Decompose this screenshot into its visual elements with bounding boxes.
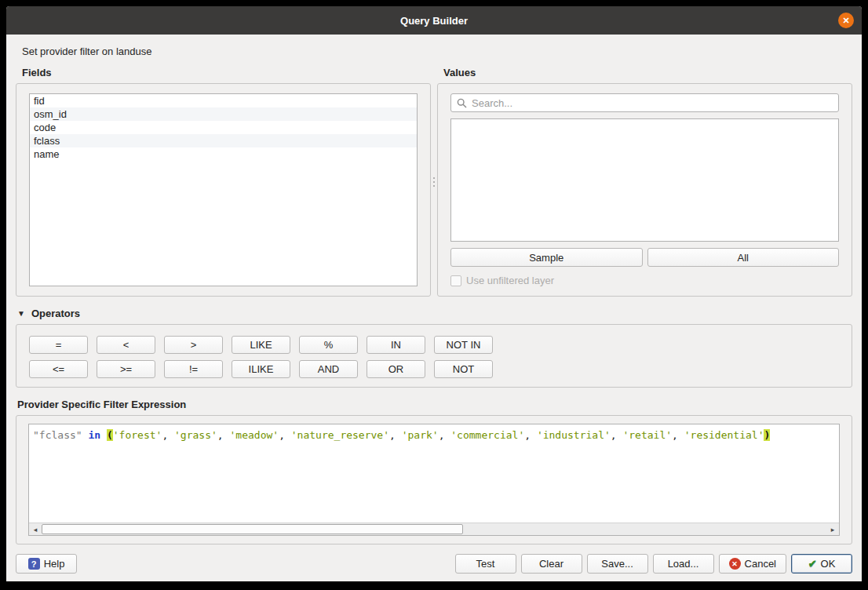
- values-label: Values: [443, 67, 852, 78]
- expression-token: 'grass': [174, 429, 217, 441]
- provider-filter-subtitle: Set provider filter on landuse: [22, 46, 852, 57]
- titlebar[interactable]: Query Builder ✕: [6, 6, 862, 35]
- expression-token: ,: [162, 429, 174, 441]
- help-button[interactable]: ? Help: [16, 554, 77, 574]
- scroll-right-icon[interactable]: ▸: [826, 523, 839, 535]
- operator-button[interactable]: >: [164, 336, 223, 354]
- operator-button[interactable]: %: [299, 336, 358, 354]
- operator-button[interactable]: ILIKE: [232, 360, 290, 378]
- help-button-label: Help: [44, 558, 65, 570]
- operator-button[interactable]: AND: [299, 360, 358, 378]
- operator-button[interactable]: LIKE: [232, 336, 290, 354]
- operator-button[interactable]: IN: [367, 336, 425, 354]
- operator-button[interactable]: OR: [367, 360, 425, 378]
- expression-editor[interactable]: "fclass" in ('forest', 'grass', 'meadow'…: [28, 424, 840, 536]
- dialog-content: Set provider filter on landuse Fields fi…: [6, 35, 862, 581]
- search-icon: [457, 98, 467, 108]
- expression-token: 'nature_reserve': [291, 429, 389, 441]
- operators-row2: <=>=!=ILIKEANDORNOT: [29, 360, 839, 378]
- operator-button[interactable]: NOT IN: [434, 336, 493, 354]
- ok-button-label: OK: [821, 558, 836, 570]
- sample-button[interactable]: Sample: [450, 248, 643, 267]
- expression-token: 'industrial': [537, 429, 611, 441]
- field-item[interactable]: fid: [30, 94, 417, 107]
- field-item[interactable]: code: [30, 121, 417, 134]
- field-item[interactable]: fclass: [30, 134, 417, 148]
- expression-token: [100, 429, 107, 441]
- operators-row1: =<>LIKE%INNOT IN: [29, 336, 839, 354]
- fields-label: Fields: [22, 67, 431, 78]
- expression-token: ): [764, 429, 770, 441]
- all-button[interactable]: All: [647, 248, 840, 267]
- ok-button[interactable]: ✔ OK: [791, 554, 852, 574]
- cancel-button[interactable]: ✕ Cancel: [719, 554, 786, 574]
- use-unfiltered-label: Use unfiltered layer: [466, 275, 554, 286]
- collapse-arrow-icon[interactable]: ▼: [17, 309, 25, 318]
- values-button-row: Sample All: [450, 248, 839, 267]
- expression-token: ,: [389, 429, 402, 441]
- window-title: Query Builder: [400, 15, 468, 27]
- close-button[interactable]: ✕: [838, 13, 854, 28]
- expression-token: 'commercial': [450, 429, 524, 441]
- horizontal-scrollbar[interactable]: ◂ ▸: [29, 523, 839, 535]
- save-button[interactable]: Save...: [587, 554, 648, 574]
- expression-token: 'forest': [113, 429, 162, 441]
- close-icon: ✕: [842, 16, 849, 25]
- expression-token: 'park': [402, 429, 439, 441]
- values-list[interactable]: [450, 118, 839, 242]
- expression-token: ,: [217, 429, 230, 441]
- scrollbar-track[interactable]: [463, 523, 826, 535]
- field-item[interactable]: osm_id: [30, 107, 417, 121]
- operator-button[interactable]: <: [97, 336, 155, 354]
- expression-token: in: [88, 429, 100, 441]
- load-button[interactable]: Load...: [653, 554, 714, 574]
- button-box: ? Help Test Clear Save... Load... ✕ Canc…: [16, 554, 852, 574]
- expression-token: 'residential': [684, 429, 764, 441]
- expression-token: ,: [611, 429, 623, 441]
- operator-button[interactable]: =: [29, 336, 88, 354]
- expression-line[interactable]: "fclass" in ('forest', 'grass', 'meadow'…: [29, 424, 839, 523]
- expression-label: Provider Specific Filter Expression: [17, 399, 852, 410]
- splitter-handle[interactable]: [431, 67, 437, 297]
- expression-token: 'retail': [622, 429, 672, 441]
- operator-button[interactable]: !=: [164, 360, 223, 378]
- use-unfiltered-row: Use unfiltered layer: [450, 275, 839, 286]
- operator-button[interactable]: >=: [97, 360, 155, 378]
- cancel-icon: ✕: [729, 558, 741, 570]
- field-item[interactable]: name: [30, 148, 417, 161]
- expression-token: ,: [279, 429, 291, 441]
- values-search-input[interactable]: [472, 97, 833, 109]
- footer-right-buttons: Test Clear Save... Load... ✕ Cancel ✔ OK: [455, 554, 852, 574]
- values-search-box[interactable]: [450, 93, 839, 112]
- clear-button[interactable]: Clear: [521, 554, 582, 574]
- use-unfiltered-checkbox[interactable]: [450, 275, 461, 286]
- fields-groupbox: fidosm_idcodefclassname: [16, 83, 431, 297]
- scroll-left-icon[interactable]: ◂: [29, 523, 42, 535]
- expression-token: ,: [524, 429, 537, 441]
- operators-label: Operators: [31, 308, 80, 319]
- operators-header[interactable]: ▼ Operators: [17, 308, 852, 319]
- expression-token: "fclass": [33, 429, 82, 441]
- operators-groupbox: =<>LIKE%INNOT IN <=>=!=ILIKEANDORNOT: [16, 324, 852, 388]
- expression-token: ,: [439, 429, 451, 441]
- test-button[interactable]: Test: [455, 554, 516, 574]
- scrollbar-thumb[interactable]: [42, 524, 463, 534]
- query-builder-dialog: Query Builder ✕ Set provider filter on l…: [6, 6, 862, 581]
- values-groupbox: Sample All Use unfiltered layer: [437, 83, 852, 297]
- fields-column: Fields fidosm_idcodefclassname: [16, 67, 431, 297]
- expression-token: (: [107, 429, 113, 441]
- operator-button[interactable]: NOT: [434, 360, 493, 378]
- ok-check-icon: ✔: [808, 558, 817, 570]
- fields-values-row: Fields fidosm_idcodefclassname Values: [16, 67, 852, 297]
- expression-groupbox: "fclass" in ('forest', 'grass', 'meadow'…: [16, 415, 852, 544]
- fields-list[interactable]: fidosm_idcodefclassname: [29, 93, 418, 286]
- values-column: Values Sample All: [437, 67, 852, 297]
- expression-token: 'meadow': [230, 429, 279, 441]
- expression-token: ,: [672, 429, 684, 441]
- operator-button[interactable]: <=: [29, 360, 88, 378]
- cancel-button-label: Cancel: [745, 558, 776, 570]
- help-icon: ?: [28, 558, 40, 570]
